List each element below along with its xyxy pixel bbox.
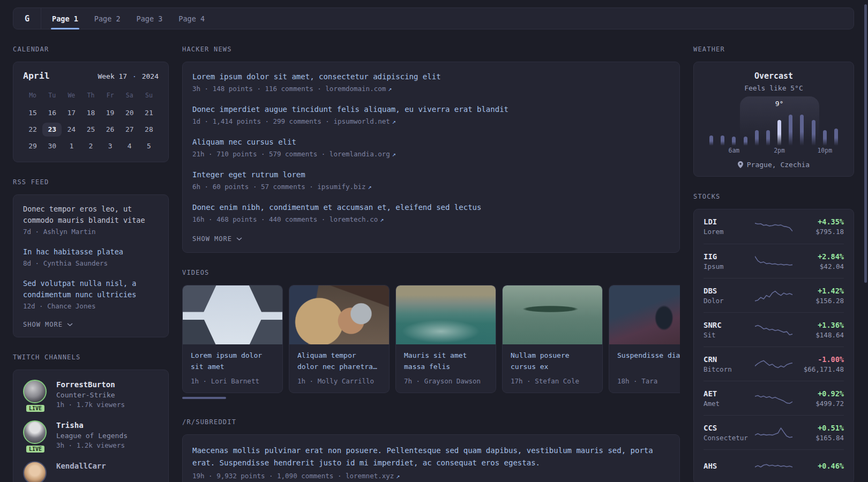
calendar-day: 5 [139,139,159,153]
stock-sparkline [755,391,792,405]
page-tab[interactable]: Page 2 [93,8,122,29]
rss-item-title[interactable]: Sed volutpat nulla nisl, a condimentum n… [23,278,159,300]
calendar-day: 23 [42,123,62,137]
stock-values: +4.35% $795.18 [792,217,844,236]
calendar-day: 22 [23,123,42,137]
video-thumbnail [183,285,282,344]
calendar-day: 26 [101,123,120,137]
stock-identity: AET Amet [704,389,755,408]
page-tab[interactable]: Page 4 [177,8,206,29]
rss-item-title[interactable]: Donec tempor eros leo, ut commodo mauris… [23,204,159,226]
video-title[interactable]: Nullam posuere cursus ex [511,350,594,372]
app-logo[interactable]: G [13,8,41,29]
meta-text: 16h · 468 points · 440 comments · loremt… [192,215,378,223]
stocks-header: STOCKS [693,193,854,200]
stock-row[interactable]: AET Amet +0.92% $499.72 [704,381,844,415]
stock-row[interactable]: SNRC Sit +1.36% $148.64 [704,312,844,347]
video-thumbnail [396,285,496,344]
hackernews-widget: Lorem ipsum dolor sit amet, consectetur … [182,62,680,253]
hackernews-show-more-button[interactable]: SHOW MORE [192,235,242,243]
twitch-widget: LIVE ForrestBurton Counter-Strike 1h · 1… [13,370,169,482]
video-card[interactable]: Suspendisse diam 18h · Tara [609,285,680,393]
live-badge: LIVE [25,445,46,454]
hackernews-item-title[interactable]: Aliquam nec cursus elit [192,137,670,147]
stock-row[interactable]: IIG Ipsum +2.84% $42.04 [704,244,844,278]
avatar [23,420,47,444]
video-card[interactable]: Aliquam tempor dolor nec pharetra… 1h · … [289,285,390,393]
rss-item-meta: 7d · Ashlyn Martin [23,228,159,236]
weather-bar [732,137,736,146]
video-title[interactable]: Lorem ipsum dolor sit amet consectetu… [191,350,274,372]
location-pin-icon [738,161,743,168]
weather-bar-slot [796,115,807,146]
hackernews-item-title[interactable]: Donec enim nibh, condimentum et accumsan… [192,202,670,213]
weather-bar-slot [717,135,728,146]
meta-text: 21h · 710 points · 579 comments · loreml… [192,150,390,158]
rss-header: RSS FEED [13,178,169,186]
stock-symbol: IIG [704,252,755,261]
stock-identity: IIG Ipsum [704,252,755,270]
page-tab[interactable]: Page 3 [136,8,164,29]
stock-symbol: AET [704,389,755,398]
channel-game: League of Legends [56,432,128,440]
hackernews-item-title[interactable]: Lorem ipsum dolor sit amet, consectetur … [192,72,670,82]
stock-row[interactable]: DBS Dolor +1.42% $156.28 [704,278,844,312]
external-link-icon[interactable]: ↗ [380,216,384,223]
weather-section: WEATHER Overcast Feels like 5°C 9° 6am2p… [693,46,854,177]
rss-item-title[interactable]: In hac habitasse platea [23,246,159,258]
stock-symbol: LDI [704,217,755,226]
calendar-day: 27 [120,123,139,137]
stock-row[interactable]: CCS Consectetur +0.51% $165.84 [704,415,844,449]
channel-meta: 3h · 1.2k viewers [56,441,128,449]
chevron-down-icon [67,323,73,326]
external-link-icon[interactable]: ↗ [392,118,396,125]
channel-info: Trisha League of Legends 3h · 1.2k viewe… [56,420,128,449]
stock-row[interactable]: CRN Bitcorn -1.00% $66,171.48 [704,347,844,381]
hackernews-item-title[interactable]: Donec imperdiet augue tincidunt felis al… [192,104,670,115]
twitch-channel-row[interactable]: LIVE ForrestBurton Counter-Strike 1h · 1… [23,380,159,409]
video-title[interactable]: Suspendisse diam [617,350,680,372]
video-card[interactable]: Lorem ipsum dolor sit amet consectetu… 1… [182,285,283,393]
video-thumbnail [289,285,389,344]
channel-name: Trisha [56,420,128,430]
videos-header: VIDEOS [182,269,680,276]
calendar-day: 24 [62,123,81,137]
rss-section: RSS FEED Donec tempor eros leo, ut commo… [13,178,169,337]
stock-values: +0.51% $165.84 [792,424,844,442]
weather-bar [812,120,815,146]
rss-show-more-button[interactable]: SHOW MORE [23,321,73,328]
stock-row[interactable]: AHS +0.46% [704,449,844,482]
weather-temp-label: 9° [775,100,784,108]
stock-change: +1.36% [792,321,844,329]
subreddit-widget: Maecenas mollis pulvinar erat non posuer… [182,434,680,482]
video-meta: 1h · Lori Barnett [191,377,274,385]
twitch-channel-row[interactable]: LIVE Trisha League of Legends 3h · 1.2k … [23,420,159,449]
stock-name: Dolor [704,297,755,305]
subreddit-header: /R/SUBREDDIT [182,418,680,426]
weather-bar [766,130,770,146]
subreddit-post-title[interactable]: Maecenas mollis pulvinar erat non posuer… [192,445,670,469]
twitch-channel-row[interactable]: KendallCarr [23,461,159,482]
weather-bar-slot [785,115,796,146]
external-link-icon[interactable]: ↗ [368,183,372,191]
stock-sparkline [755,426,792,440]
channel-info: ForrestBurton Counter-Strike 1h · 1.7k v… [56,380,125,409]
channel-game: Counter-Strike [56,391,125,399]
external-link-icon[interactable]: ↗ [388,85,392,93]
week-number: 17 [119,72,128,80]
external-link-icon[interactable]: ↗ [392,150,396,158]
carousel-scrollbar-thumb[interactable] [182,397,226,399]
video-card[interactable]: Mauris sit amet massa felis 7h · Grayson… [395,285,496,393]
stock-row[interactable]: LDI Lorem +4.35% $795.18 [704,209,844,244]
video-title[interactable]: Mauris sit amet massa felis [404,350,488,372]
rss-widget: Donec tempor eros leo, ut commodo mauris… [13,194,169,337]
page-tab[interactable]: Page 1 [51,8,79,29]
external-link-icon[interactable]: ↗ [396,472,400,480]
video-title[interactable]: Aliquam tempor dolor nec pharetra… [297,350,381,372]
page-scrollbar-thumb[interactable] [864,4,867,283]
video-card[interactable]: Nullam posuere cursus ex 17h · Stefan Co… [502,285,603,393]
calendar-week: Week 17 · 2024 [98,72,159,80]
left-column: CALENDAR April Week 17 · 2024 MoTuWeThFr… [13,46,169,482]
channel-info: KendallCarr [56,461,106,482]
hackernews-item-title[interactable]: Integer eget rutrum lorem [192,170,670,180]
